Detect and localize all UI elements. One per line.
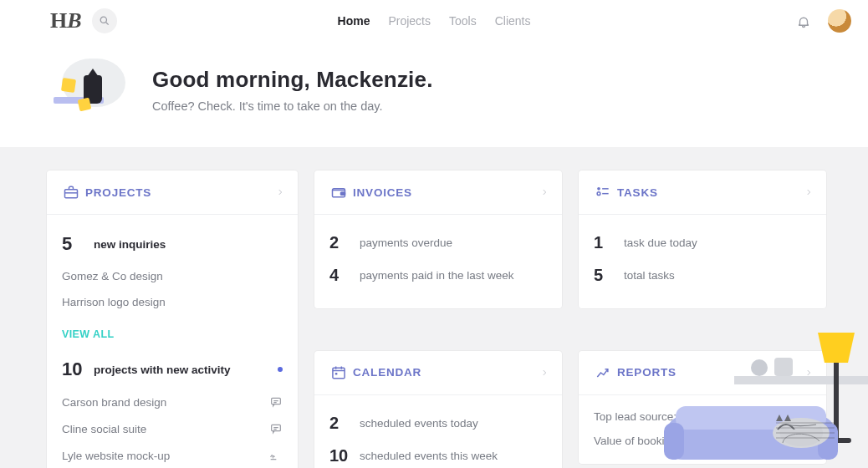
- activity-item-label: Carson brand design: [62, 396, 166, 409]
- task-total-stat: 5 total tasks: [594, 259, 811, 292]
- projects-card-header[interactable]: PROJECTS: [47, 170, 298, 215]
- paid-week-stat: 4 payments paid in the last week: [329, 259, 547, 292]
- nav-home[interactable]: Home: [338, 14, 370, 28]
- hero-subtitle: Coffee? Check. It's time to take on the …: [152, 99, 433, 113]
- lead-prefix: Top lead source:: [594, 410, 677, 423]
- reports-card-header[interactable]: REPORTS: [579, 351, 826, 395]
- paid-count: 4: [329, 266, 350, 285]
- tasks-title: TASKS: [617, 186, 658, 199]
- inquiry-row[interactable]: Gomez & Co design: [62, 263, 283, 289]
- checklist-icon: [594, 184, 612, 201]
- hero-banner: Good morning, Mackenzie. Coffee? Check. …: [0, 42, 868, 147]
- top-lead-source-line: Top lead source: Google: [594, 410, 811, 423]
- task-due-stat: 1 task due today: [594, 226, 811, 259]
- calendar-icon: [329, 364, 348, 381]
- activity-item-label: Cline social suite: [62, 423, 146, 435]
- chart-up-icon: [594, 364, 612, 381]
- due-label: task due today: [624, 237, 697, 249]
- lead-value: Google: [683, 410, 722, 423]
- bookings-prefix: Value of bookings this: [594, 435, 703, 447]
- today-count: 2: [329, 414, 350, 433]
- activity-dot-indicator: [278, 367, 283, 372]
- chevron-right-icon: [540, 186, 549, 198]
- activity-row[interactable]: Carson brand design: [62, 389, 283, 415]
- projects-title: PROJECTS: [85, 186, 151, 199]
- search-button[interactable]: [92, 8, 117, 33]
- invoices-card-header[interactable]: INVOICES: [314, 170, 562, 215]
- tasks-card: TASKS 1 task due today 5 total tasks: [579, 170, 826, 308]
- activity-stat: 10 projects with new activity: [62, 352, 283, 387]
- overdue-count: 2: [329, 233, 350, 252]
- svg-rect-10: [335, 373, 338, 375]
- svg-line-1: [105, 23, 108, 25]
- tasks-card-header[interactable]: TASKS: [579, 170, 826, 215]
- week-label: scheduled events this week: [360, 450, 498, 462]
- svg-point-7: [597, 187, 600, 191]
- search-icon: [99, 15, 110, 27]
- svg-rect-6: [341, 192, 345, 195]
- inquiries-label: new inquiries: [94, 238, 166, 251]
- total-label: total tasks: [624, 269, 675, 282]
- activity-count: 10: [62, 359, 84, 380]
- signature-icon: [268, 449, 283, 462]
- new-inquiries-stat: 5 new inquiries: [62, 226, 283, 262]
- week-count: 10: [329, 446, 350, 465]
- activity-row[interactable]: Lyle website mock-up: [62, 442, 283, 468]
- svg-rect-2: [65, 190, 78, 198]
- due-count: 1: [594, 233, 614, 252]
- bookings-value-line: Value of bookings this: [594, 435, 811, 447]
- calendar-card-header[interactable]: CALENDAR: [314, 351, 562, 395]
- chevron-right-icon: [804, 367, 813, 379]
- chevron-right-icon: [804, 186, 813, 198]
- overdue-stat: 2 payments overdue: [329, 226, 547, 259]
- bell-icon: [796, 13, 811, 28]
- invoices-title: INVOICES: [353, 186, 412, 199]
- inquiry-row[interactable]: Harrison logo design: [62, 289, 283, 315]
- reports-card: REPORTS Top lead source: Google Value of…: [579, 351, 826, 464]
- projects-card: PROJECTS 5 new inquiries Gomez & Co desi…: [47, 170, 298, 468]
- comment-icon: [269, 395, 283, 409]
- view-all-link[interactable]: VIEW ALL: [62, 322, 283, 343]
- nav-projects[interactable]: Projects: [388, 14, 431, 28]
- nav-clients[interactable]: Clients: [495, 14, 531, 28]
- paid-label: payments paid in the last week: [360, 269, 514, 282]
- wallet-icon: [329, 184, 348, 201]
- app-logo[interactable]: HB: [50, 8, 82, 33]
- inquiry-item-label: Gomez & Co design: [62, 270, 163, 282]
- invoices-card: INVOICES 2 payments overdue 4 payments p…: [314, 170, 562, 308]
- total-count: 5: [594, 266, 614, 285]
- chevron-right-icon: [540, 367, 549, 379]
- events-today-stat: 2 scheduled events today: [329, 407, 547, 440]
- main-nav: Home Projects Tools Clients: [338, 14, 531, 28]
- events-week-stat: 10 scheduled events this week: [329, 440, 547, 469]
- calendar-title: CALENDAR: [353, 366, 421, 379]
- overdue-label: payments overdue: [360, 237, 452, 249]
- notifications-button[interactable]: [796, 13, 811, 28]
- calendar-card: CALENDAR 2 scheduled events today 10 sch…: [314, 351, 562, 469]
- activity-row[interactable]: Cline social suite: [62, 415, 283, 442]
- today-label: scheduled events today: [360, 417, 478, 430]
- hero-illustration: [50, 60, 125, 119]
- activity-label: projects with new activity: [94, 364, 231, 376]
- user-avatar[interactable]: [828, 9, 851, 33]
- comment-icon: [269, 422, 283, 435]
- briefcase-icon: [62, 184, 80, 201]
- svg-rect-9: [333, 368, 345, 379]
- svg-point-8: [597, 192, 600, 196]
- inquiries-count: 5: [62, 233, 84, 255]
- nav-tools[interactable]: Tools: [449, 14, 477, 28]
- chevron-right-icon: [276, 186, 284, 198]
- hero-title: Good morning, Mackenzie.: [152, 67, 433, 93]
- svg-point-0: [100, 17, 106, 23]
- reports-title: REPORTS: [617, 366, 677, 379]
- activity-item-label: Lyle website mock-up: [62, 450, 170, 462]
- inquiry-item-label: Harrison logo design: [62, 296, 166, 308]
